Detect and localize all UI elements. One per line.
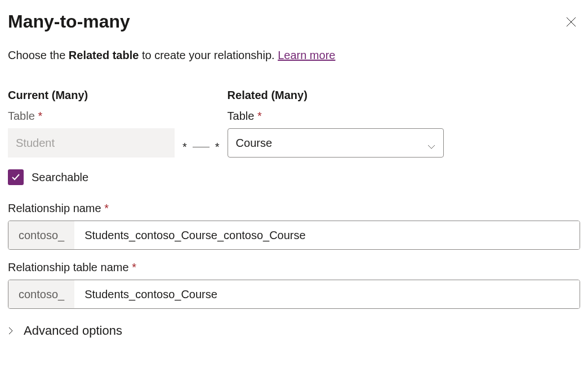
searchable-checkbox[interactable]: [8, 169, 24, 185]
intro-prefix: Choose the: [8, 49, 69, 61]
dialog-title: Many-to-many: [8, 11, 130, 32]
connector-line-icon: [193, 147, 210, 147]
close-button[interactable]: [562, 13, 580, 31]
searchable-label: Searchable: [32, 171, 88, 184]
relationship-name-label: Relationship name *: [8, 202, 580, 215]
current-heading: Current (Many): [8, 89, 175, 102]
current-table-value: Student: [8, 128, 175, 158]
relationship-table-name-input[interactable]: [74, 280, 580, 308]
required-asterisk: *: [104, 202, 109, 214]
check-icon: [11, 172, 21, 182]
chevron-down-icon: [427, 139, 435, 147]
related-table-value: Course: [236, 137, 272, 150]
relationship-table-name-prefix: contoso_: [8, 280, 74, 308]
required-asterisk: *: [132, 261, 136, 273]
relationship-name-prefix: contoso_: [8, 221, 74, 249]
intro-bold: Related table: [69, 49, 139, 61]
connector-right-star: *: [215, 141, 220, 154]
required-asterisk: *: [38, 110, 42, 122]
advanced-options-label: Advanced options: [24, 323, 122, 338]
relationship-connector: * *: [175, 132, 228, 161]
chevron-right-icon: [8, 325, 15, 336]
current-table-label: Table *: [8, 110, 175, 123]
connector-left-star: *: [182, 141, 187, 154]
relationship-name-field: contoso_: [8, 221, 580, 250]
relationship-table-name-label: Relationship table name *: [8, 261, 580, 274]
related-table-dropdown[interactable]: Course: [228, 128, 444, 158]
related-table-label: Table *: [228, 110, 444, 123]
required-asterisk: *: [257, 110, 262, 122]
related-heading: Related (Many): [228, 89, 444, 102]
learn-more-link[interactable]: Learn more: [278, 49, 335, 61]
intro-suffix: to create your relationship.: [139, 49, 278, 61]
relationship-table-name-field: contoso_: [8, 280, 580, 309]
relationship-name-input[interactable]: [74, 221, 580, 249]
close-icon: [565, 16, 577, 28]
intro-text: Choose the Related table to create your …: [8, 49, 580, 62]
advanced-options-toggle[interactable]: Advanced options: [8, 323, 580, 338]
